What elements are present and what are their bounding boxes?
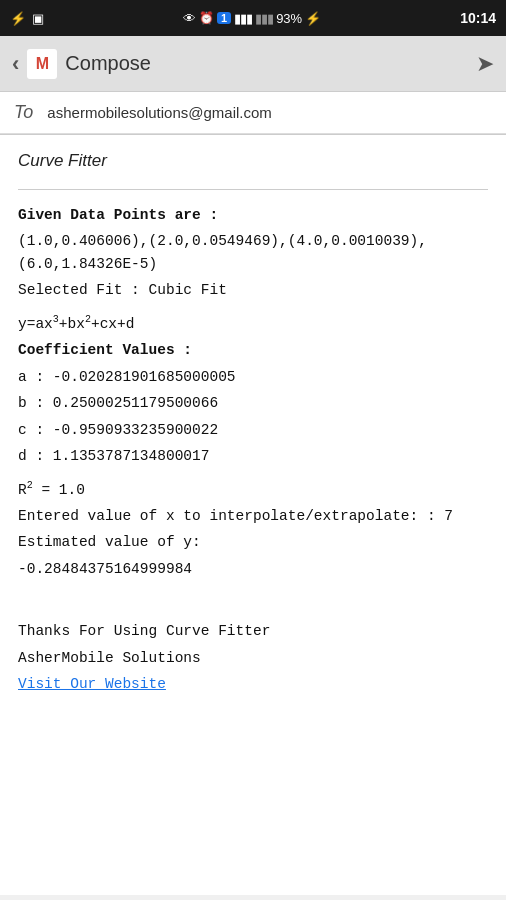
company-name: AsherMobile Solutions [18, 647, 488, 669]
status-time: 10:14 [460, 10, 496, 26]
status-center-icons: 👁 ⏰ 1 ▮▮▮ ▮▮▮ 93% ⚡ [183, 11, 321, 26]
website-link[interactable]: Visit Our Website [18, 673, 488, 695]
charging-icon: ⚡ [305, 11, 321, 26]
notification-badge: 1 [217, 12, 231, 24]
r-squared: R2 = 1.0 [18, 478, 488, 501]
selected-fit: Selected Fit : Cubic Fit [18, 279, 488, 301]
gmail-icon: M [27, 49, 57, 79]
to-field: To [0, 92, 506, 134]
y-value: -0.28484375164999984 [18, 558, 488, 580]
time-display: 10:14 [460, 10, 496, 26]
send-button[interactable]: ➤ [476, 51, 494, 77]
formula: y=ax3+bx2+cx+d [18, 312, 488, 335]
compose-header: ‹ M Compose ➤ [0, 36, 506, 92]
coeff-d: d : 1.1353787134800017 [18, 445, 488, 467]
given-data-header: Given Data Points are : [18, 204, 488, 226]
estimated-label: Estimated value of y: [18, 531, 488, 553]
email-body[interactable]: Curve Fitter Given Data Points are : (1.… [0, 135, 506, 895]
image-icon: ▣ [32, 11, 44, 26]
email-subject: Curve Fitter [18, 151, 488, 171]
signal-icon: ▮▮▮ [234, 11, 252, 26]
status-left-icons: ⚡ ▣ [10, 11, 44, 26]
subject-divider [18, 189, 488, 190]
coeff-c: c : -0.9590933235900022 [18, 419, 488, 441]
back-button[interactable]: ‹ [12, 51, 19, 77]
entered-value: Entered value of x to interpolate/extrap… [18, 505, 488, 527]
signal-icon2: ▮▮▮ [255, 11, 273, 26]
coeff-a: a : -0.020281901685000005 [18, 366, 488, 388]
compose-left: ‹ M Compose [12, 49, 151, 79]
usb-icon: ⚡ [10, 11, 26, 26]
compose-title: Compose [65, 52, 151, 75]
coefficient-header: Coefficient Values : [18, 339, 488, 361]
data-points: (1.0,0.406006),(2.0,0.0549469),(4.0,0.00… [18, 230, 488, 275]
battery-percent: 93% [276, 11, 302, 26]
coeff-b: b : 0.25000251179500066 [18, 392, 488, 414]
status-bar: ⚡ ▣ 👁 ⏰ 1 ▮▮▮ ▮▮▮ 93% ⚡ 10:14 [0, 0, 506, 36]
alarm-icon: ⏰ [199, 11, 214, 25]
eye-icon: 👁 [183, 11, 196, 26]
thanks-line: Thanks For Using Curve Fitter [18, 620, 488, 642]
to-label: To [14, 102, 33, 123]
email-content: Given Data Points are : (1.0,0.406006),(… [18, 204, 488, 760]
to-input[interactable] [47, 104, 492, 121]
